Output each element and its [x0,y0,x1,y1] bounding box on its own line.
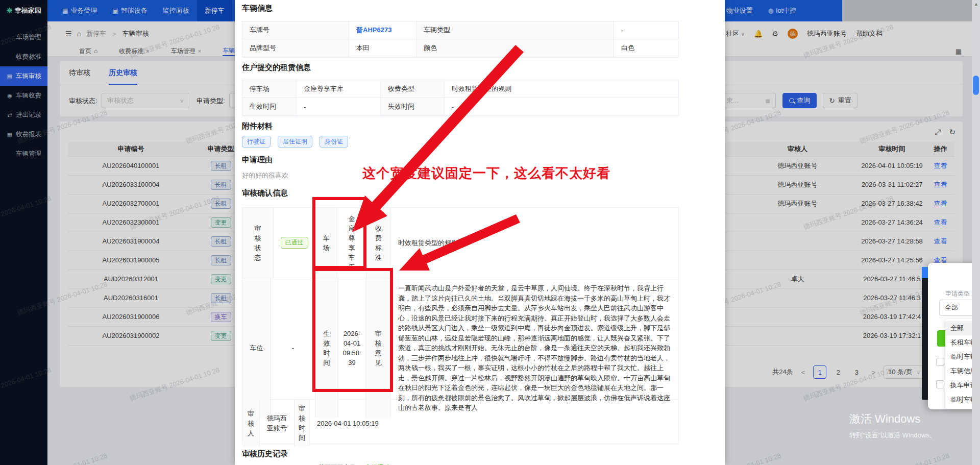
cell-auditor: 德玛西亚账号 [738,156,857,175]
sidebar-item-收费标准[interactable]: 收费标准 [0,47,47,66]
close-tab-icon[interactable]: × [146,48,149,54]
search-button[interactable]: 查询 [782,93,817,108]
scrollbar-up-arrow[interactable]: ▲ [974,2,978,7]
logo-flower-icon: ❋ [6,6,13,15]
search-icon [789,98,794,103]
apply-type-tag: 换车 [211,312,231,322]
attachment-tags: 行驶证居住证明身份证 [242,136,715,148]
cell-audit-time: 2026-03-31 11:02:27 [857,175,926,194]
audit-history-title: 审核历史记录 [242,449,715,459]
view-link[interactable]: 查看 [934,200,947,207]
tab-chip-车场管理[interactable]: 车场管理× [171,46,201,56]
cell-auditor: 卓大 [738,270,857,288]
nav-item-智能设备[interactable]: ▣智能设备 [105,0,155,21]
attachment-tag-行驶证[interactable]: 行驶证 [242,136,271,148]
cell-audit-time: 2026-03-19 17:42:4 [857,307,926,326]
attachment-tag-身份证[interactable]: 身份证 [320,136,348,148]
settings-gear-icon[interactable]: ⚙ [772,30,778,38]
popup-checkbox-1[interactable] [936,358,944,366]
lot-value-vertical: 金座尊享车库 [337,208,366,278]
notification-bell-icon[interactable]: 🔔 [754,30,763,38]
attachment-tag-居住证明[interactable]: 居住证明 [278,136,312,148]
side-popup-scroll-strip[interactable] [922,267,928,400]
color-value: 白色 [614,39,678,57]
help-doc-link[interactable]: 帮助文档 [856,29,883,38]
close-tab-icon[interactable]: × [198,48,201,54]
username-label[interactable]: 德玛西亚账号 [807,29,847,38]
space-label: 车位 [242,278,271,418]
sidebar-item-icon: ▤ [6,73,13,80]
apply-type-tag: 长租 [211,199,231,209]
tab-list-icon[interactable]: ▦ [955,47,962,55]
vehicle-info-title: 车辆信息 [242,4,715,13]
collapse-sidebar-icon[interactable]: ☰ [65,30,72,38]
page-button-1[interactable]: 1 [813,365,826,379]
nav-empty-area [842,0,972,21]
top-nav-items: ▦业务受理▣智能设备监控面板新停车 [55,0,232,21]
view-link[interactable]: 查看 [934,181,947,188]
view-link[interactable]: 查看 [934,237,947,245]
color-label: 颜色 [416,39,614,57]
nav-item-业务受理[interactable]: ▦业务受理 [55,0,105,21]
view-link[interactable]: 查看 [934,162,947,169]
tab-chip-收费标准[interactable]: 收费标准× [119,46,149,56]
cell-auditor: 德玛西亚账号 [738,175,857,194]
plate-number-link[interactable]: 晋AHP6273 [356,26,391,35]
date-end-input[interactable]: 束...▦ [721,93,776,108]
apply-type-tag: 变更 [211,331,231,341]
apply-reason-text: 好的好的很喜欢 [242,171,715,180]
sidebar-item-进出记录[interactable]: ⇄进出记录 [0,105,47,125]
plate-label: 车牌号 [242,21,349,39]
fee-type-value: 时效租赁类型的规则 [445,80,678,98]
status-filter-select[interactable]: 审核状态∨ [102,93,189,108]
sidebar-item-车辆管理[interactable]: 车辆管理 [0,144,47,163]
reset-button[interactable]: ↻重置 [823,93,857,108]
cell-apply-id: AU2026033100004 [68,175,194,194]
popup-checkbox-2[interactable] [936,380,944,388]
view-link[interactable]: 查看 [934,218,947,226]
end-time-value: - [445,98,678,116]
refresh-icon[interactable]: ↻ [949,128,955,137]
nav-item-新停车[interactable]: 新停车 [197,0,232,21]
cell-apply-id: AU2026031900006 [68,307,194,326]
next-page-button[interactable]: > [871,369,875,376]
page-size-select[interactable]: 10 条/页∨ [884,365,925,379]
lot-label-vertical: 车场 [315,208,337,278]
confirm-row-auditor: 审核人 德玛西亚账号 审核时间 2026-04-01 10:05:19 [242,400,679,444]
sidebar-item-收费报表[interactable]: ▦收费报表 [0,125,47,144]
cell-auditor: 德玛西亚账号 [738,194,857,213]
cell-audit-time: 2026-04-01 10:05:19 [857,156,926,175]
breadcrumb-current: 车辆审核 [122,29,149,38]
nav-item-iot中控[interactable]: ◍iot中控 [761,0,804,21]
tab-历史审核[interactable]: 历史审核 [109,68,137,85]
status-filter-label: 审核状态: [69,96,97,106]
effective-time-value: 2026-04-01 09:58:39 [338,278,366,418]
tab-待审核[interactable]: 待审核 [69,68,90,85]
brand-value: 本田 [349,39,416,57]
fullscreen-icon[interactable]: ⤢ [935,128,941,137]
audit-confirm-title: 审核确认信息 [242,188,715,198]
page-scrollbar[interactable]: ▲ [972,0,980,465]
avatar[interactable]: 德 [788,29,798,39]
scrollbar-thumb[interactable] [973,76,979,95]
cell-action: 查看 [926,213,954,232]
cell-apply-id: AU2026031900005 [68,251,194,270]
col-auditor: 审核人 [738,142,857,156]
sidebar-item-车辆收费[interactable]: ◉车辆收费 [0,86,47,105]
sidebar-item-车辆审核[interactable]: ▤车辆审核 [0,66,47,86]
nav-item-icon: ◍ [768,7,773,14]
page-button-2[interactable]: 2 [831,365,845,379]
nav-item-监控面板[interactable]: 监控面板 [155,0,197,21]
fee-type-label: 收费类型 [381,80,445,98]
page-button-3[interactable]: 3 [850,365,863,379]
col-apply-id: 申请编号 [68,142,194,156]
apply-type-tag: 长租 [211,293,231,303]
home-icon[interactable]: ⌂ [77,30,81,38]
sidebar-item-车场管理[interactable]: 车场管理 [0,28,47,47]
cell-apply-id: AU2026032700001 [68,194,194,213]
cell-action: 查看 [926,232,954,251]
prev-page-button[interactable]: < [801,369,805,376]
app-logo[interactable]: ❋ 幸福家园 [0,0,47,21]
tab-chip-首页[interactable]: 首页⌂ [79,46,97,56]
status-passed-badge: 已通过 [281,237,308,249]
